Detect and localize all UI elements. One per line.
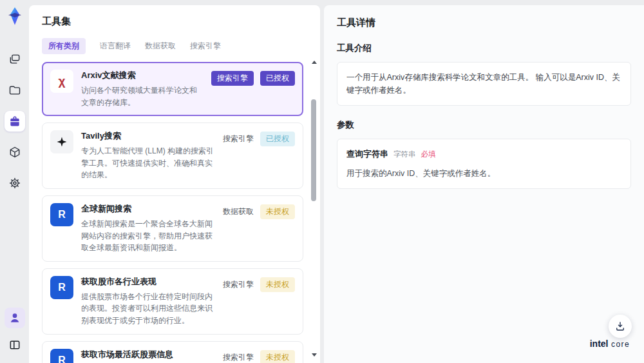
category-badge: 搜索引擎 (211, 71, 254, 86)
param-type: 字符串 (393, 148, 416, 160)
download-icon (614, 320, 626, 332)
status-badge: 未授权 (260, 204, 295, 219)
category-label: 数据获取 (223, 204, 254, 219)
left-icon-rail (0, 0, 29, 363)
category-label: 搜索引擎 (223, 277, 254, 292)
tool-description: 提供股票市场各个行业在特定时间段内的表现。投资者可以利用这些信息来识别表现优于或… (81, 291, 215, 327)
tool-card-tavily[interactable]: Tavily搜索 专为人工智能代理 (LLM) 构建的搜索引擎工具。可快速提供实… (42, 123, 303, 189)
folder-icon (8, 84, 21, 97)
tool-card-active-stocks[interactable]: R 获取市场最活跃股票信息 提供当天交易量最高的股票列表。投资者可以利用这些信息… (42, 341, 303, 363)
page-title: 工具集 (42, 15, 320, 28)
tool-name: 获取市场最活跃股票信息 (81, 349, 215, 360)
tavily-star-icon (50, 130, 73, 153)
tab-data-acquisition[interactable]: 数据获取 (145, 38, 176, 54)
tool-name: Tavily搜索 (81, 130, 215, 142)
details-title: 工具详情 (337, 17, 631, 29)
tool-card-sector-performance[interactable]: R 获取股市各行业表现 提供股票市场各个行业在特定时间段内的表现。投资者可以利用… (42, 268, 303, 335)
tab-search-engine[interactable]: 搜索引擎 (190, 38, 221, 54)
tool-name: 全球新闻搜索 (81, 203, 215, 215)
status-badge: 未授权 (260, 277, 295, 292)
category-label: 搜索引擎 (223, 132, 254, 146)
status-badge: 已授权 (260, 132, 295, 146)
panel-toggle-icon (8, 338, 21, 351)
intel-logo-text: intel (590, 338, 609, 349)
intro-heading: 工具介绍 (337, 43, 631, 54)
param-description: 用于搜索的Arxiv ID、关键字或作者姓名。 (346, 167, 621, 180)
user-icon (8, 311, 21, 324)
tool-card-global-news[interactable]: R 全球新闻搜索 全球新闻搜索是一个聚合全球各大新闻网站内容的搜索引擎，帮助用户… (42, 195, 303, 262)
tools-list-panel: 工具集 所有类别 语言翻译 数据获取 搜索引擎 χ Arxiv文献搜索 访问各个… (29, 5, 320, 363)
app-logo-icon[interactable] (5, 6, 24, 26)
params-heading: 参数 (337, 119, 631, 131)
tool-name: Arxiv文献搜索 (81, 70, 204, 81)
tool-card-arxiv[interactable]: χ Arxiv文献搜索 访问各个研究领域大量科学论文和文章的存储库。 搜索引擎 … (42, 62, 303, 116)
intel-core-logo: intel core (582, 338, 638, 349)
tab-all-categories[interactable]: 所有类别 (42, 38, 86, 54)
sidebar-item-toolbox[interactable] (5, 111, 25, 132)
param-box: 查询字符串 字符串 必填 用于搜索的Arxiv ID、关键字或作者姓名。 (337, 139, 631, 189)
intro-text: 一个用于从Arxiv存储库搜索科学论文和文章的工具。 输入可以是Arxiv ID… (346, 73, 620, 95)
core-logo-text: core (611, 340, 630, 349)
sidebar-item-chat[interactable] (5, 49, 25, 70)
sidebar-item-packages[interactable] (5, 142, 25, 162)
scrollbar-down-arrow[interactable] (312, 353, 317, 357)
scrollbar-up-arrow[interactable] (312, 61, 317, 64)
tool-list: χ Arxiv文献搜索 访问各个研究领域大量科学论文和文章的存储库。 搜索引擎 … (42, 62, 320, 358)
param-name: 查询字符串 (346, 148, 388, 161)
download-button[interactable] (609, 315, 632, 338)
arxiv-logo-icon: χ (50, 70, 73, 93)
gear-icon (8, 177, 21, 190)
tool-description: 访问各个研究领域大量科学论文和文章的存储库。 (81, 84, 204, 108)
intro-box: 一个用于从Arxiv存储库搜索科学论文和文章的工具。 输入可以是Arxiv ID… (337, 62, 631, 106)
list-scrollbar (310, 59, 317, 358)
status-badge: 未授权 (260, 350, 295, 363)
news-service-logo-icon: R (50, 203, 73, 226)
scrollbar-thumb[interactable] (311, 99, 316, 201)
chat-icon (8, 53, 21, 66)
stock-service-logo-icon: R (50, 349, 73, 363)
category-label: 搜索引擎 (223, 350, 254, 363)
tool-details-panel: 工具详情 工具介绍 一个用于从Arxiv存储库搜索科学论文和文章的工具。 输入可… (324, 5, 644, 363)
toolbox-icon (8, 115, 21, 128)
sidebar-item-settings[interactable] (5, 173, 25, 193)
stock-service-logo-icon: R (50, 276, 73, 299)
tool-name: 获取股市各行业表现 (81, 276, 215, 288)
sidebar-item-panel-toggle[interactable] (5, 335, 25, 355)
param-required-label: 必填 (421, 148, 436, 160)
status-badge: 已授权 (260, 71, 295, 86)
tool-description: 专为人工智能代理 (LLM) 构建的搜索引擎工具。可快速提供实时、准确和真实的结… (81, 145, 215, 181)
sidebar-item-account[interactable] (5, 308, 25, 328)
tab-language-translation[interactable]: 语言翻译 (100, 38, 131, 54)
category-tabs: 所有类别 语言翻译 数据获取 搜索引擎 (42, 38, 320, 54)
tool-description: 全球新闻搜索是一个聚合全球各大新闻网站内容的搜索引擎，帮助用户快速获取全球最新资… (81, 218, 215, 254)
sidebar-item-files[interactable] (5, 80, 25, 101)
cube-icon (8, 146, 21, 159)
